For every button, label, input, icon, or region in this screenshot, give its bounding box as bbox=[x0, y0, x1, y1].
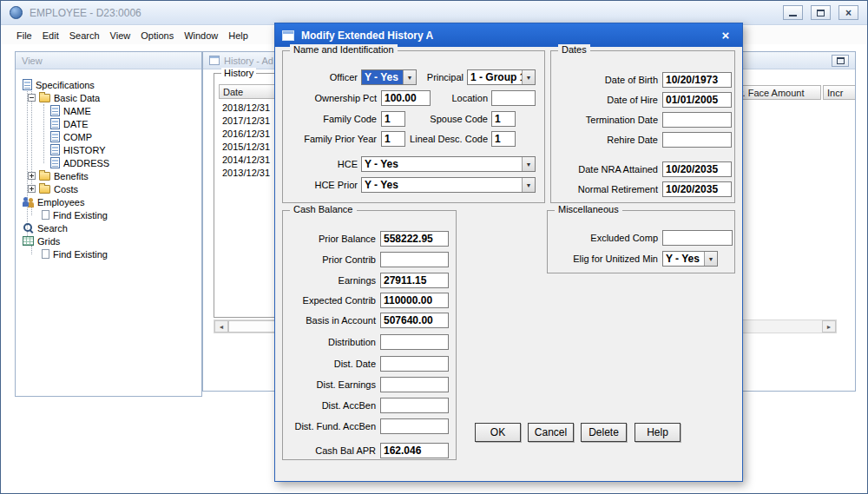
menu-edit[interactable]: Edit bbox=[37, 29, 64, 43]
minimize-icon bbox=[789, 15, 797, 16]
expected-contrib-field[interactable] bbox=[380, 293, 449, 308]
minimize-button[interactable] bbox=[783, 5, 803, 20]
tree-item-employees[interactable]: Employees bbox=[16, 195, 201, 208]
column-header-label: Date bbox=[223, 87, 243, 97]
prior-balance-field[interactable] bbox=[380, 231, 449, 247]
date-of-hire-field[interactable] bbox=[662, 92, 732, 108]
officer-combo[interactable]: Y - Yes ▼ bbox=[361, 69, 417, 85]
dist-date-field[interactable] bbox=[380, 356, 449, 372]
principal-combo[interactable]: 1 - Group 1 ▼ bbox=[467, 69, 536, 85]
view-titlebar[interactable]: View bbox=[16, 52, 201, 69]
ownership-pct-field[interactable] bbox=[381, 90, 431, 106]
date-nra-attained-label: Date NRA Attained bbox=[551, 161, 658, 177]
prior-balance-label: Prior Balance bbox=[283, 231, 376, 247]
menu-search[interactable]: Search bbox=[64, 29, 105, 43]
basis-in-account-field[interactable] bbox=[380, 313, 449, 328]
dialog-titlebar[interactable]: Modify Extended History A × bbox=[275, 23, 742, 47]
maximize-icon bbox=[817, 10, 825, 16]
tree-item-costs[interactable]: Costs bbox=[16, 182, 201, 195]
menu-help[interactable]: Help bbox=[223, 29, 253, 43]
tree-item-name[interactable]: NAME bbox=[16, 104, 201, 117]
history-title: History - Ad bbox=[224, 56, 273, 66]
tree-item-specifications[interactable]: Specifications bbox=[16, 78, 201, 91]
expand-icon[interactable] bbox=[28, 185, 36, 193]
basis-in-account-label: Basis in Account bbox=[283, 313, 376, 328]
distribution-field[interactable] bbox=[380, 334, 449, 350]
group-miscellaneous: Miscellaneous Excluded Comp Elig for Uni… bbox=[547, 210, 735, 273]
date-nra-attained-field[interactable] bbox=[662, 161, 732, 177]
termination-date-field[interactable] bbox=[662, 112, 732, 128]
prior-contrib-field[interactable] bbox=[380, 252, 449, 267]
spouse-code-field[interactable] bbox=[491, 111, 516, 127]
ok-button[interactable]: OK bbox=[475, 423, 521, 442]
tree-item-label: Benefits bbox=[54, 171, 89, 181]
tree-item-find-existing-employees[interactable]: Find Existing bbox=[16, 208, 201, 221]
menu-options[interactable]: Options bbox=[135, 29, 179, 43]
column-header-incr[interactable]: Incr bbox=[823, 85, 856, 100]
rehire-date-field[interactable] bbox=[662, 132, 732, 148]
scroll-right-button[interactable]: ► bbox=[822, 320, 836, 333]
chevron-down-icon[interactable]: ▼ bbox=[522, 157, 535, 171]
ownership-pct-label: Ownership Pct bbox=[283, 90, 377, 106]
chevron-down-icon[interactable]: ▼ bbox=[403, 70, 416, 84]
officer-combo-value: Y - Yes bbox=[362, 70, 403, 84]
earnings-field[interactable] bbox=[380, 273, 449, 288]
normal-retirement-field[interactable] bbox=[662, 181, 732, 197]
scroll-left-button[interactable]: ◄ bbox=[214, 320, 228, 333]
hce-prior-combo[interactable]: Y - Yes ▼ bbox=[361, 177, 536, 193]
location-field[interactable] bbox=[491, 90, 536, 106]
dialog-close-button[interactable]: × bbox=[716, 27, 735, 44]
expand-icon[interactable] bbox=[28, 172, 36, 180]
hce-prior-label: HCE Prior bbox=[283, 177, 358, 193]
search-icon bbox=[23, 222, 34, 234]
chevron-down-icon[interactable]: ▼ bbox=[704, 252, 717, 266]
tree-item-history[interactable]: HISTORY bbox=[16, 143, 201, 156]
window-title: EMPLOYEE - D23:0006 bbox=[30, 7, 141, 19]
tree-item-find-existing-grids[interactable]: Find Existing bbox=[16, 247, 201, 260]
column-header-face-amount[interactable]: cr. Face Amount bbox=[731, 85, 821, 100]
close-icon: × bbox=[845, 8, 852, 18]
termination-date-label: Termination Date bbox=[551, 112, 658, 128]
cash-bal-apr-field[interactable] bbox=[380, 443, 449, 458]
hce-combo[interactable]: Y - Yes ▼ bbox=[361, 156, 536, 172]
tree-item-benefits[interactable]: Benefits bbox=[16, 169, 201, 182]
close-button[interactable]: × bbox=[838, 5, 858, 20]
dist-accben-field[interactable] bbox=[380, 398, 449, 413]
window-controls: × bbox=[783, 5, 858, 20]
menu-window[interactable]: Window bbox=[179, 29, 223, 43]
tree-item-address[interactable]: ADDRESS bbox=[16, 156, 201, 169]
principal-combo-value: 1 - Group 1 bbox=[468, 70, 522, 84]
family-code-field[interactable] bbox=[381, 111, 405, 127]
lineal-desc-code-label: Lineal Desc. Code bbox=[396, 131, 488, 147]
collapse-icon[interactable] bbox=[28, 94, 36, 102]
excluded-comp-field[interactable] bbox=[662, 230, 733, 246]
date-of-birth-field[interactable] bbox=[662, 72, 732, 88]
tree-item-date[interactable]: DATE bbox=[16, 117, 201, 130]
dist-fund-accben-field[interactable] bbox=[380, 418, 449, 434]
dist-earnings-field[interactable] bbox=[380, 377, 449, 392]
help-button[interactable]: Help bbox=[635, 423, 681, 442]
cancel-button[interactable]: Cancel bbox=[528, 423, 574, 442]
chevron-down-icon[interactable]: ▼ bbox=[522, 178, 535, 192]
form-icon bbox=[50, 105, 60, 116]
tree-item-basic-data[interactable]: Basic Data bbox=[16, 91, 201, 104]
lineal-desc-code-field[interactable] bbox=[491, 131, 516, 147]
tree-item-grids[interactable]: Grids bbox=[16, 234, 201, 247]
chevron-down-icon[interactable]: ▼ bbox=[522, 70, 535, 84]
window-icon bbox=[209, 56, 220, 65]
elig-unitized-min-combo[interactable]: Y - Yes ▼ bbox=[662, 251, 718, 267]
maximize-button[interactable] bbox=[811, 5, 831, 20]
tree-item-search[interactable]: Search bbox=[16, 221, 201, 234]
tree-item-label: HISTORY bbox=[63, 145, 106, 155]
tree-item-label: COMP bbox=[63, 132, 92, 142]
delete-button[interactable]: Delete bbox=[581, 423, 627, 442]
tree-item-label: ADDRESS bbox=[63, 158, 109, 168]
tree-item-label: Costs bbox=[54, 184, 78, 194]
tree-item-label: NAME bbox=[63, 106, 91, 116]
menu-file[interactable]: File bbox=[11, 29, 37, 43]
tree-item-label: Find Existing bbox=[53, 249, 108, 260]
maximize-button[interactable] bbox=[832, 55, 849, 67]
menu-view[interactable]: View bbox=[105, 29, 136, 43]
group-title: Cash Balance bbox=[290, 204, 357, 214]
tree-item-comp[interactable]: COMP bbox=[16, 130, 201, 143]
